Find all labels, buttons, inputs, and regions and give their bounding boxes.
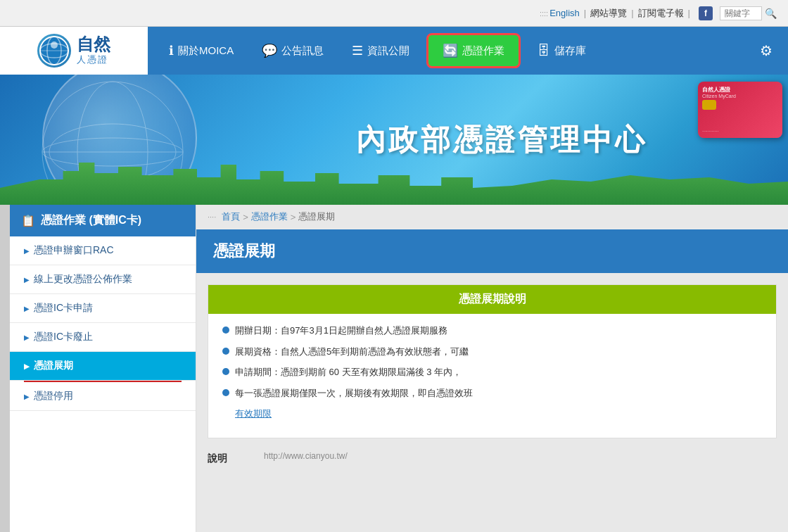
bullet-2 [222, 368, 229, 375]
refresh-icon: 🔄 [443, 43, 458, 58]
logo-icon [37, 34, 71, 68]
sidebar-title-text: 憑證作業 (實體IC卡) [41, 213, 141, 228]
page-title: 憑證展期 [196, 229, 788, 273]
bullet-3 [222, 389, 229, 396]
card-number: ············ [702, 129, 778, 134]
info-item-3: 每一張憑證展期僅限一次，展期後有效期限，即自憑證效班 [222, 386, 762, 400]
nav-item-about[interactable]: ℹ 關於MOICA [155, 27, 248, 75]
breadcrumb-sep2: > [291, 212, 296, 222]
info-box-content: 開辦日期：自97年3月1日起開辦自然人憑證展期服務 展期資格：自然人憑證5年到期… [208, 314, 776, 438]
nav-label-cert: 憑證作業 [462, 44, 504, 58]
body-section: 📋 憑證作業 (實體IC卡) ▶ 憑證申辦窗口RAC ▶ 線上更改憑證公佈作業 … [0, 205, 788, 532]
settings-icon[interactable]: ⚙ [751, 42, 781, 59]
breadcrumb-nav[interactable]: 憑證作業 [251, 210, 288, 223]
dots-label: :::: [540, 9, 548, 18]
nav-label-about: 關於MOICA [178, 44, 234, 58]
hero-cityscape [0, 163, 788, 205]
top-bar-links: :::: English | 網站導覽 | 訂閱電子報 | f [540, 6, 717, 20]
info-item-1: 展期資格：自然人憑證5年到期前憑證為有效狀態者，可繼 [222, 345, 762, 359]
content-label: 說明 [208, 450, 264, 465]
breadcrumb: ···· 首頁 > 憑證作業 > 憑證展期 [196, 205, 788, 229]
content-middle: 說明 http://www.cianyou.tw/ [196, 450, 788, 465]
sidebar-label-ic-apply: 憑證IC卡申請 [34, 302, 93, 315]
logo-text-block: 自然 人憑證 [77, 35, 110, 66]
info-text-1: 展期資格：自然人憑證5年到期前憑證為有效狀態者，可繼 [235, 345, 469, 359]
info-text-2: 申請期間：憑證到期前 60 天至有效期限屆滿後 3 年內， [235, 365, 462, 379]
list-icon: ☰ [352, 43, 363, 58]
logo-line1: 自然 [77, 35, 110, 53]
subscribe-link[interactable]: 訂閱電子報 [638, 7, 684, 20]
hero-title: 內政部憑證管理中心 [356, 120, 647, 160]
search-area: 🔍 [720, 6, 777, 20]
info-item-4: 有效期限 [222, 407, 762, 421]
sep3: | [688, 8, 690, 18]
keyword-input[interactable] [720, 6, 762, 20]
logo-line2: 人憑證 [77, 53, 108, 66]
info-item-2: 申請期間：憑證到期前 60 天至有效期限屆滿後 3 年內， [222, 365, 762, 379]
nav-item-info[interactable]: ☰ 資訊公開 [338, 27, 424, 75]
info-item-0: 開辦日期：自97年3月1日起開辦自然人憑證展期服務 [222, 324, 762, 338]
nav-bar: ℹ 關於MOICA 💬 公告訊息 ☰ 資訊公開 🔄 憑證作業 🗄 儲存庫 [148, 27, 788, 75]
sidebar-item-rac[interactable]: ▶ 憑證申辦窗口RAC [10, 236, 196, 265]
sidebar-label-suspend: 憑證停用 [34, 390, 73, 403]
bullet-1 [222, 348, 229, 355]
info-text-0: 開辦日期：自97年3月1日起開辦自然人憑證展期服務 [235, 324, 447, 338]
header: 自然 人憑證 ℹ 關於MOICA 💬 公告訊息 ☰ 資訊公開 🔄 [0, 27, 788, 75]
nav-label-info: 資訊公開 [367, 44, 409, 58]
breadcrumb-current: 憑證展期 [298, 210, 335, 223]
sidebar-item-renew[interactable]: ▶ 憑證展期 [10, 352, 196, 381]
arrow-icon-rac: ▶ [24, 247, 30, 255]
breadcrumb-dots: ···· [208, 213, 216, 221]
arrow-icon-ic-cancel: ▶ [24, 334, 30, 341]
sidebar-label-online-change: 線上更改憑證公佈作業 [34, 273, 132, 286]
info-text-3: 每一張憑證展期僅限一次，展期後有效期限，即自憑證效班 [235, 386, 473, 400]
sep2: | [631, 8, 633, 18]
logo-area: 自然 人憑證 [0, 27, 148, 75]
info-box: 憑證展期說明 開辦日期：自97年3月1日起開辦自然人憑證展期服務 展期資格：自然… [208, 284, 777, 438]
nav-item-storage[interactable]: 🗄 儲存庫 [523, 27, 600, 75]
breadcrumb-sep1: > [243, 212, 248, 222]
page-wrapper: :::: English | 網站導覽 | 訂閱電子報 | f 🔍 [0, 0, 788, 532]
breadcrumb-home[interactable]: 首頁 [222, 210, 240, 223]
sidebar-title: 📋 憑證作業 (實體IC卡) [10, 205, 196, 236]
chat-icon: 💬 [262, 43, 277, 58]
facebook-icon[interactable]: f [699, 6, 713, 20]
arrow-icon-suspend: ▶ [24, 393, 30, 400]
card-text-line1: 自然人憑證 [702, 86, 778, 94]
sidebar-label-renew: 憑證展期 [34, 360, 73, 372]
content-area: ···· 首頁 > 憑證作業 > 憑證展期 憑證展期 憑證展期說明 開辦日期：自… [196, 205, 788, 532]
hero-card: 自然人憑證 Citizen MyCard ············ [698, 82, 782, 138]
arrow-icon-renew: ▶ [24, 362, 30, 370]
nav-label-announce: 公告訊息 [281, 44, 324, 58]
search-button[interactable]: 🔍 [765, 8, 777, 19]
sidebar-item-suspend[interactable]: ▶ 憑證停用 [10, 382, 196, 411]
arrow-icon-ic-apply: ▶ [24, 305, 30, 312]
hero-banner: 內政部憑證管理中心 自然人憑證 Citizen MyCard ·········… [0, 75, 788, 205]
info-icon: ℹ [169, 43, 174, 58]
database-icon: 🗄 [538, 44, 550, 58]
sidebar-item-ic-cancel[interactable]: ▶ 憑證IC卡廢止 [10, 323, 196, 352]
svg-point-4 [51, 42, 58, 49]
site-map-link[interactable]: 網站導覽 [590, 7, 627, 20]
card-chip [702, 100, 716, 110]
bullet-0 [222, 327, 229, 334]
info-box-title: 憑證展期說明 [208, 285, 776, 314]
arrow-icon-online-change: ▶ [24, 276, 30, 284]
sidebar-label-rac: 憑證申辦窗口RAC [34, 244, 114, 257]
sidebar-label-ic-cancel: 憑證IC卡廢止 [34, 331, 93, 343]
sidebar-title-icon: 📋 [21, 214, 35, 227]
watermark-text: http://www.cianyou.tw/ [264, 450, 777, 463]
sidebar-item-ic-apply[interactable]: ▶ 憑證IC卡申請 [10, 294, 196, 323]
nav-item-announce[interactable]: 💬 公告訊息 [248, 27, 338, 75]
sep1: | [584, 8, 586, 18]
content-body: http://www.cianyou.tw/ [264, 450, 777, 465]
top-bar: :::: English | 網站導覽 | 訂閱電子報 | f 🔍 [0, 0, 788, 27]
language-link[interactable]: English [549, 8, 580, 18]
sidebar-item-online-change[interactable]: ▶ 線上更改憑證公佈作業 [10, 265, 196, 294]
sidebar: 📋 憑證作業 (實體IC卡) ▶ 憑證申辦窗口RAC ▶ 線上更改憑證公佈作業 … [10, 205, 196, 532]
info-text-4: 有效期限 [235, 407, 272, 421]
card-text-line2: Citizen MyCard [702, 94, 778, 99]
left-edge [0, 205, 10, 532]
nav-item-cert[interactable]: 🔄 憑證作業 [426, 33, 521, 68]
nav-label-storage: 儲存庫 [554, 44, 586, 58]
